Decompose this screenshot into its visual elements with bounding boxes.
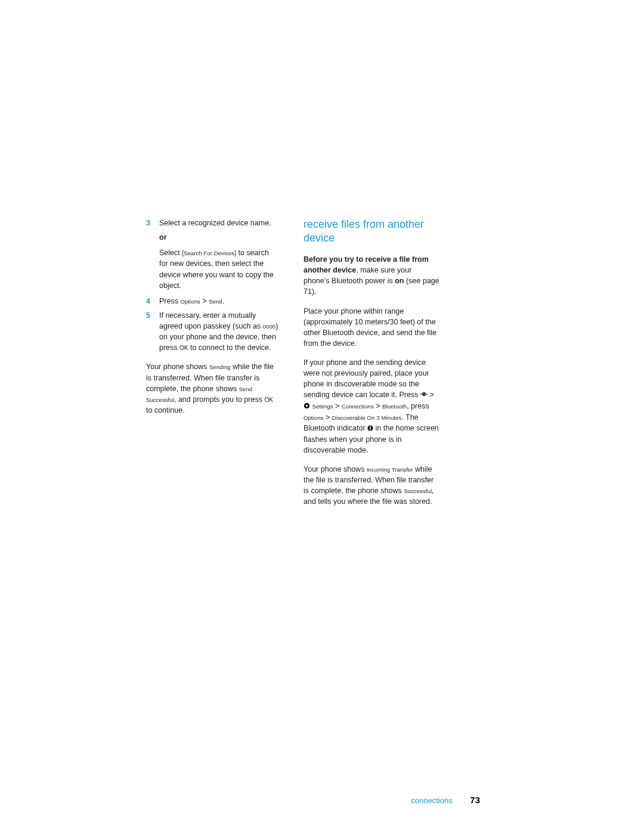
step-body: If necessary, enter a mutually agreed up…	[159, 310, 278, 354]
step3-para2: Select [Search For Devices] to search fo…	[159, 247, 278, 291]
step-number: 3	[146, 218, 159, 291]
ok-key: OK	[264, 397, 273, 403]
step-5: 5 If necessary, enter a mutually agreed …	[146, 310, 278, 354]
page-number: 73	[470, 795, 480, 805]
left-after-para: Your phone shows Sending while the file …	[146, 361, 278, 416]
or-label: or	[159, 232, 278, 243]
step-body: Select a recognized device name. or Sele…	[159, 218, 278, 291]
ui-incoming-transfer: Incoming Transfer	[367, 466, 413, 473]
step-3: 3 Select a recognized device name. or Se…	[146, 218, 278, 291]
bluetooth-icon	[367, 423, 373, 434]
ok-key: OK	[179, 345, 188, 351]
ui-options: Options	[304, 414, 323, 421]
page-footer: connections 73	[146, 795, 480, 805]
step-number: 5	[146, 310, 159, 354]
ui-search-for-devices: Search For Devices	[184, 250, 234, 256]
step-body: Press Options > Send.	[159, 296, 278, 306]
ui-sending: Sending	[209, 364, 231, 370]
step3-line1: Select a recognized device name.	[159, 218, 278, 228]
ui-discoverable: Discoverable On 3 Minutes	[332, 414, 402, 421]
ui-options: Options	[180, 298, 200, 305]
ui-connections: Connections	[342, 403, 374, 410]
ui-send: Send	[209, 298, 222, 305]
svg-rect-2	[420, 394, 422, 394]
settings-icon	[304, 401, 310, 412]
manual-page: 3 Select a recognized device name. or Se…	[146, 218, 480, 516]
section-name: connections	[411, 796, 452, 805]
nav-key-icon	[420, 390, 428, 401]
svg-point-5	[306, 404, 308, 407]
ui-settings: Settings	[312, 403, 333, 410]
svg-point-1	[423, 394, 425, 395]
right-p3: If your phone and the sending device wer…	[304, 357, 439, 456]
right-p2: Place your phone within range (approxima…	[304, 306, 439, 349]
step-4: 4 Press Options > Send.	[146, 296, 278, 306]
bold-on: on	[395, 277, 404, 285]
section-heading: receive files from another device	[304, 218, 439, 244]
step-number: 4	[146, 296, 159, 306]
right-p4: Your phone shows Incoming Transfer while…	[304, 464, 439, 507]
ui-passkey: 0000	[263, 323, 276, 330]
right-p1: Before you try to receive a file from an…	[304, 254, 439, 298]
svg-rect-3	[426, 394, 428, 394]
left-column: 3 Select a recognized device name. or Se…	[146, 218, 278, 516]
right-column: receive files from another device Before…	[304, 218, 439, 516]
ui-bluetooth: Bluetooth	[382, 403, 407, 410]
ui-successful: Successful	[404, 488, 432, 494]
